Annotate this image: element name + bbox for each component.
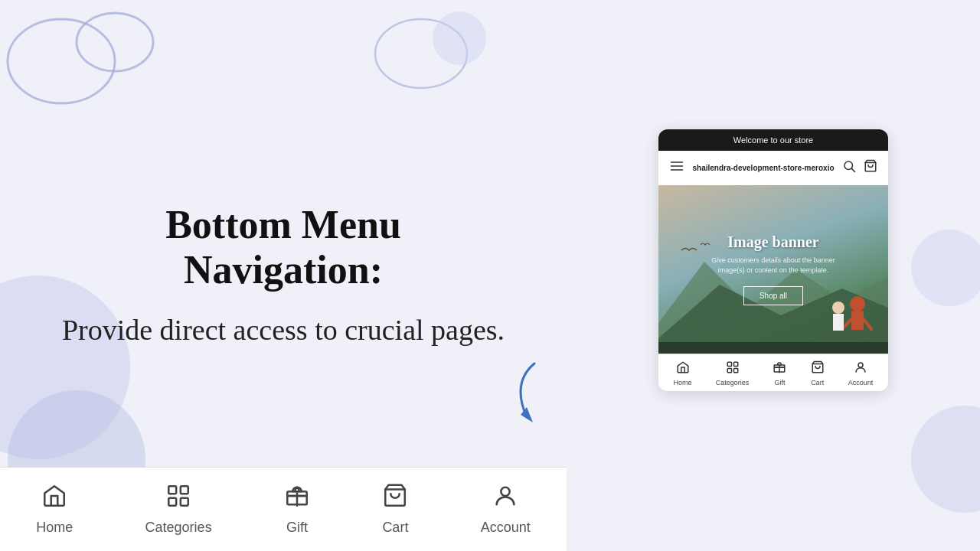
svg-rect-29 <box>727 369 731 373</box>
announcement-bar: Welcome to our store <box>658 129 888 151</box>
svg-rect-22 <box>658 342 888 354</box>
phone-cart-label: Cart <box>811 379 824 386</box>
store-header: shailendra-development-store-meroxio <box>658 151 888 185</box>
large-nav-item-categories[interactable]: Categories <box>145 483 212 536</box>
shop-all-button[interactable]: Shop all <box>743 286 803 305</box>
right-panel: Welcome to our store shailendra-developm… <box>567 0 980 551</box>
large-cart-icon <box>382 483 408 515</box>
large-gift-label: Gift <box>286 520 308 536</box>
phone-categories-icon <box>726 360 740 377</box>
svg-rect-24 <box>851 311 864 330</box>
phone-account-label: Account <box>848 379 874 386</box>
svg-rect-30 <box>733 369 737 373</box>
large-nav-item-home[interactable]: Home <box>36 483 73 536</box>
large-nav-item-gift[interactable]: Gift <box>284 483 310 536</box>
svg-rect-28 <box>733 362 737 366</box>
phone-gift-label: Gift <box>774 379 785 386</box>
banner-subtitle: Give customers details about the banner … <box>704 256 842 275</box>
store-name: shailendra-development-store-meroxio <box>692 163 834 173</box>
large-nav-item-cart[interactable]: Cart <box>382 483 408 536</box>
large-gift-icon <box>284 483 310 515</box>
phone-nav-gift[interactable]: Gift <box>773 360 786 386</box>
svg-point-32 <box>858 363 863 367</box>
svg-point-23 <box>850 296 865 311</box>
phone-nav-home[interactable]: Home <box>674 360 692 386</box>
main-heading: Bottom Menu Navigation: <box>61 202 505 294</box>
arrow-indicator <box>504 360 565 432</box>
large-cart-label: Cart <box>382 520 408 536</box>
large-account-icon <box>492 483 518 515</box>
phone-nav-account[interactable]: Account <box>848 360 874 386</box>
header-icons <box>842 159 877 177</box>
phone-home-label: Home <box>674 379 692 386</box>
large-home-label: Home <box>36 520 73 536</box>
sub-text: Provide direct access to crucial pages. <box>62 311 505 349</box>
svg-point-25 <box>832 302 844 314</box>
svg-rect-27 <box>727 362 731 366</box>
large-home-icon <box>41 483 67 515</box>
phone-categories-label: Categories <box>716 379 750 386</box>
phone-nav-categories[interactable]: Categories <box>716 360 750 386</box>
svg-rect-12 <box>181 498 188 506</box>
phone-cart-icon <box>811 360 825 377</box>
svg-rect-11 <box>168 498 176 506</box>
image-banner: Image banner Give customers details abou… <box>658 185 888 354</box>
phone-nav-cart[interactable]: Cart <box>811 360 825 386</box>
phone-bottom-nav: Home Categories <box>658 354 888 391</box>
svg-rect-9 <box>168 486 176 494</box>
svg-point-14 <box>501 487 510 496</box>
phone-gift-icon <box>773 360 786 377</box>
svg-marker-33 <box>521 407 533 422</box>
phone-home-icon <box>676 360 690 377</box>
svg-line-19 <box>851 168 854 171</box>
large-account-label: Account <box>481 520 531 536</box>
large-categories-icon <box>165 483 191 515</box>
bottom-nav-bar-large: Home Categories Gift <box>0 467 567 551</box>
large-nav-item-account[interactable]: Account <box>481 483 531 536</box>
phone-account-icon <box>854 360 867 377</box>
banner-title: Image banner <box>727 233 818 251</box>
cart-header-icon[interactable] <box>864 159 877 177</box>
svg-rect-10 <box>181 486 188 494</box>
phone-mockup: Welcome to our store shailendra-developm… <box>658 129 888 391</box>
svg-rect-26 <box>833 314 844 331</box>
large-categories-label: Categories <box>145 520 212 536</box>
hamburger-icon[interactable] <box>669 158 684 178</box>
search-icon[interactable] <box>842 159 856 177</box>
